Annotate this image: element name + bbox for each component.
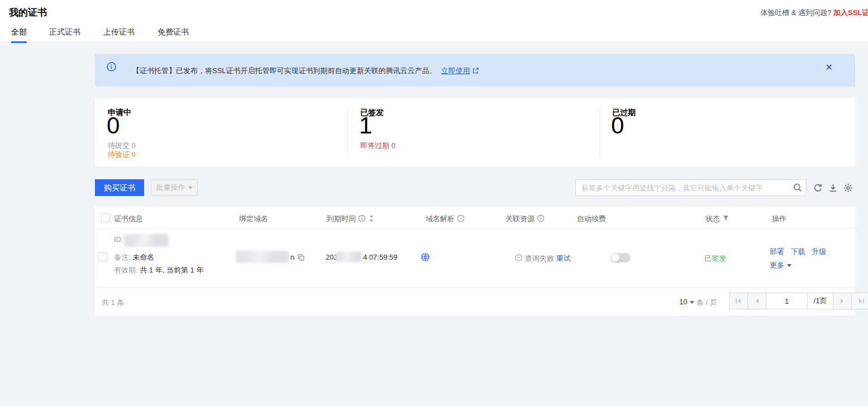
col-dns: 域名解析 — [426, 214, 465, 224]
page-header: 我的证书 体验吐槽 & 遇到问题? 加入SSL证书交流群 — [0, 0, 868, 26]
download-icon[interactable] — [828, 183, 838, 193]
more-menu[interactable]: 更多 — [770, 260, 791, 270]
tab-upload-cert[interactable]: 上传证书 — [103, 27, 135, 42]
copy-icon[interactable] — [297, 254, 305, 263]
close-icon[interactable]: ✕ — [826, 63, 833, 72]
page-total-label: /1页 — [808, 293, 833, 309]
page-number-input[interactable]: 1 — [766, 293, 808, 309]
tab-all[interactable]: 全部 — [11, 27, 27, 42]
batch-action-button[interactable]: 批量操作 — [151, 179, 198, 196]
col-expire: 到期时间 — [327, 214, 375, 224]
col-action: 操作 — [772, 214, 786, 224]
sort-icon[interactable] — [368, 214, 375, 222]
refresh-icon[interactable] — [813, 183, 823, 193]
cert-id-redacted — [124, 234, 169, 247]
col-status: 状态 — [705, 214, 729, 224]
use-now-link[interactable]: 立即使用 — [441, 66, 470, 75]
certificates-table: 证书信息 绑定域名 到期时间 域名解析 关联资源 自动续费 状态 操作 ID: … — [95, 207, 855, 316]
tab-free-cert[interactable]: 免费证书 — [158, 27, 189, 42]
stat-value: 0 — [107, 113, 120, 138]
select-all-checkbox[interactable] — [101, 213, 110, 222]
per-page-label: 条 / 页 — [697, 298, 717, 308]
col-cert-info: 证书信息 — [114, 214, 143, 224]
download-link[interactable]: 下载 — [791, 247, 805, 256]
notice-banner: 【证书托管】已发布，将SSL证书开启托管即可实现证书到期前自动更新关联的腾讯云云… — [95, 54, 855, 87]
table-header: 证书信息 绑定域名 到期时间 域名解析 关联资源 自动续费 状态 操作 — [95, 207, 855, 228]
buy-cert-button[interactable]: 购买证书 — [95, 179, 144, 196]
external-link-icon — [472, 67, 479, 76]
chevron-down-icon — [787, 264, 791, 267]
cert-note: 备注: 未命名 — [114, 252, 154, 262]
page-title: 我的证书 — [9, 6, 47, 19]
toggle-knob — [611, 254, 619, 262]
filter-funnel-icon[interactable] — [722, 214, 729, 222]
deploy-link[interactable]: 部署 — [770, 247, 784, 256]
search-box — [575, 179, 807, 196]
info-icon[interactable] — [537, 214, 545, 222]
pagination: 1 /1页 — [729, 293, 868, 309]
settings-gear-icon[interactable] — [843, 183, 853, 193]
search-input[interactable] — [576, 180, 788, 195]
resource-status: 查询失败 重试 — [525, 254, 571, 264]
stat-pending: 申请中 0 待提交 0 待验证 0 — [108, 98, 342, 166]
domain-redacted — [236, 251, 289, 263]
resource-icon — [514, 254, 523, 264]
feedback-bar: 体验吐槽 & 遇到问题? 加入SSL证书交流群 — [760, 8, 868, 18]
row-actions: 部署 下载 升级 — [770, 247, 826, 257]
domain-tail: n — [290, 253, 294, 261]
table-row: ID: 备注: 未命名 有效期: 共 1 年, 当前第 1 年 n 202 4 … — [95, 228, 855, 288]
tab-formal-cert[interactable]: 正式证书 — [49, 27, 80, 42]
tab-bar: 全部 正式证书 上传证书 免费证书 — [0, 26, 868, 42]
search-icon[interactable] — [793, 183, 803, 193]
feedback-text: 体验吐槽 & 遇到问题? — [760, 8, 831, 17]
row-checkbox[interactable] — [98, 252, 107, 261]
banner-message: 【证书托管】已发布，将SSL证书开启托管即可实现证书到期前自动更新关联的腾讯云云… — [132, 66, 479, 76]
join-ssl-link[interactable]: 加入SSL证书交流群 — [833, 8, 868, 18]
retry-link[interactable]: 重试 — [556, 254, 571, 262]
col-auto-renew: 自动续费 — [577, 214, 606, 224]
page-size-select[interactable]: 10 — [679, 298, 694, 306]
prev-page-button[interactable] — [748, 293, 766, 309]
info-icon[interactable] — [358, 214, 366, 222]
dns-globe-icon[interactable] — [421, 252, 430, 264]
expire-redacted — [336, 251, 362, 262]
stat-value: 1 — [359, 113, 372, 138]
total-count: 共 1 条 — [102, 298, 124, 308]
table-footer: 共 1 条 10 条 / 页 1 /1页 — [95, 288, 855, 316]
auto-renew-toggle[interactable] — [611, 253, 631, 262]
col-resource: 关联资源 — [505, 214, 545, 224]
expire-tail: 4 07:59:59 — [363, 253, 397, 261]
info-icon — [107, 62, 116, 71]
chevron-down-icon — [188, 187, 193, 189]
cert-validity: 有效期: 共 1 年, 当前第 1 年 — [114, 265, 203, 275]
divider — [347, 106, 348, 159]
chevron-down-icon — [690, 301, 694, 304]
col-domain: 绑定域名 — [239, 214, 268, 224]
stat-sub-toverify[interactable]: 待验证 0 — [108, 150, 136, 160]
first-page-button[interactable] — [729, 293, 748, 309]
cert-id: ID: — [114, 235, 123, 243]
status-badge: 已签发 — [704, 254, 726, 264]
next-page-button[interactable] — [833, 293, 852, 309]
stat-value: 0 — [611, 113, 624, 138]
divider — [599, 106, 600, 159]
info-icon[interactable] — [457, 214, 465, 222]
stat-issued: 已签发 1 即将过期 0 — [360, 98, 584, 166]
stats-card: 申请中 0 待提交 0 待验证 0 已签发 1 即将过期 0 已过期 0 — [95, 98, 855, 166]
upgrade-link[interactable]: 升级 — [812, 247, 826, 256]
last-page-button[interactable] — [852, 293, 868, 309]
stat-expired: 已过期 0 — [612, 98, 836, 166]
stat-sub-expiring[interactable]: 即将过期 0 — [360, 141, 395, 151]
